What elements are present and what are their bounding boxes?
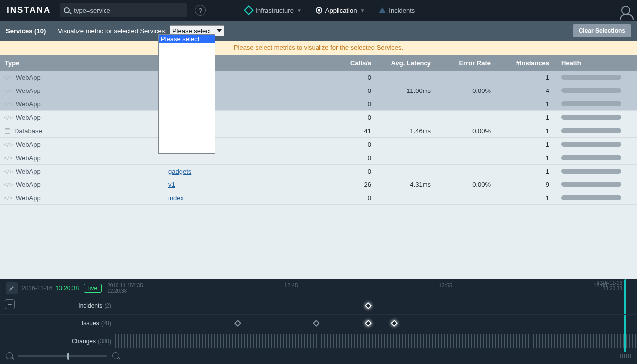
code-icon — [5, 100, 12, 107]
instances-cell: 1 — [496, 74, 554, 81]
range-end: 2016-11-16 13:20:38 — [597, 280, 622, 291]
table-body: WebApp01WebApp011.00ms0.00%4WebApp01WebA… — [0, 71, 637, 205]
logo: INSTANA — [7, 5, 51, 15]
help-button[interactable]: ? — [195, 5, 206, 16]
metric-option[interactable]: Calls/s — [159, 43, 215, 52]
metric-option[interactable]: Latency — [159, 69, 215, 77]
table-row[interactable]: WebAppgadgets01 — [0, 165, 637, 178]
incidents-canvas[interactable] — [115, 297, 637, 314]
latency-cell: 1.46ms — [376, 127, 436, 135]
health-bar — [561, 195, 621, 200]
health-bar — [561, 88, 621, 93]
health-cell — [554, 115, 637, 120]
calls-cell: 0 — [320, 154, 376, 162]
changes-track: Changes (380) — [0, 332, 637, 350]
metric-option[interactable]: Instances — [159, 60, 215, 69]
metric-option[interactable]: Latency 95th — [159, 111, 215, 119]
health-cell — [554, 195, 637, 200]
service-link: index — [168, 194, 184, 202]
calls-cell: 0 — [320, 168, 376, 175]
instances-cell: 4 — [496, 87, 554, 94]
metric-option[interactable]: Latency 98th — [159, 119, 215, 128]
errorrate-cell: 0.00% — [436, 127, 496, 135]
collapse-button[interactable]: − — [5, 299, 15, 309]
database-icon — [5, 128, 10, 134]
health-bar — [561, 115, 621, 120]
metric-option[interactable]: Latency 25th — [159, 86, 215, 94]
code-icon — [5, 194, 12, 201]
changes-label: Changes — [72, 338, 96, 345]
zoom-out-icon[interactable] — [6, 352, 13, 359]
metric-option[interactable]: Min Latency — [159, 145, 215, 153]
timeline-header: 2016-11-16 13:20:38 live 2016-11-16 12:2… — [0, 279, 637, 297]
errorrate-cell: 0.00% — [436, 87, 496, 94]
type-cell: WebApp — [0, 100, 163, 108]
instances-cell: 1 — [496, 194, 554, 202]
metric-option[interactable]: Avg. Latency — [159, 77, 215, 86]
changes-canvas[interactable] — [115, 332, 637, 350]
calls-cell: 0 — [320, 141, 376, 148]
name-cell[interactable]: v1 — [163, 181, 320, 188]
resize-handle[interactable] — [620, 354, 631, 358]
metric-option[interactable]: Latency 50th — [159, 94, 215, 102]
metric-option[interactable]: Please select — [159, 35, 215, 43]
metric-option[interactable]: Max Latency — [159, 136, 215, 145]
type-cell: WebApp — [0, 114, 163, 121]
user-icon[interactable] — [621, 6, 630, 15]
time-ticks: 12:3512:4512:5513:05 — [129, 282, 607, 288]
metric-option[interactable]: Latency 99th — [159, 128, 215, 136]
metric-option[interactable]: Error Rate — [159, 52, 215, 60]
table-row[interactable]: WebApp01 — [0, 97, 637, 111]
type-cell: WebApp — [0, 168, 163, 175]
clear-selections-button[interactable]: Clear Selections — [573, 24, 631, 37]
nav-incidents[interactable]: Incidents — [379, 7, 415, 14]
col-type[interactable]: Type — [0, 59, 163, 67]
health-cell — [554, 182, 637, 187]
table-row[interactable]: Database22411.46ms0.00%1 — [0, 124, 637, 138]
instances-cell: 1 — [496, 100, 554, 108]
table-row[interactable]: WebAppv1264.31ms0.00%9 — [0, 178, 637, 191]
live-pill[interactable]: live — [84, 284, 102, 293]
latency-cell: 4.31ms — [376, 181, 436, 188]
metric-dropdown[interactable]: Please selectCalls/sError RateInstancesL… — [158, 34, 215, 154]
incidents-label: Incidents — [78, 302, 102, 309]
col-instances[interactable]: #Instances — [496, 59, 554, 67]
col-errorrate[interactable]: Error Rate — [436, 59, 496, 67]
table-row[interactable]: WebApp011.00ms0.00%4 — [0, 84, 637, 97]
zoom-slider[interactable] — [18, 355, 107, 357]
col-latency[interactable]: Avg. Latency — [376, 59, 436, 67]
pin-icon[interactable] — [6, 282, 18, 294]
zoom-in-icon[interactable] — [112, 352, 119, 359]
info-banner: Please select metrics to visualize for t… — [0, 41, 637, 55]
changes-count: (380) — [98, 338, 111, 345]
zoom-bar — [0, 350, 637, 362]
health-bar — [561, 169, 621, 174]
health-bar — [561, 142, 621, 147]
health-cell — [554, 142, 637, 147]
calls-cell: 41 — [320, 127, 376, 135]
table-row[interactable]: WebApp01 — [0, 71, 637, 84]
table-row[interactable]: WebApp01 — [0, 151, 637, 165]
type-cell: WebApp — [0, 181, 163, 188]
table-row[interactable]: WebAppindex01 — [0, 191, 637, 205]
timestamp-current[interactable]: 2016-11-16 13:20:38 — [22, 285, 79, 292]
search-input[interactable]: type=service — [60, 3, 187, 17]
calls-cell: 0 — [320, 87, 376, 94]
metric-option[interactable]: Latency 75th — [159, 102, 215, 111]
health-bar — [561, 155, 621, 160]
col-health[interactable]: Health — [554, 59, 637, 67]
calls-cell: 26 — [320, 181, 376, 188]
table-row[interactable]: WebApp01 — [0, 111, 637, 124]
instances-cell: 1 — [496, 114, 554, 121]
health-bar — [561, 75, 621, 80]
infrastructure-icon — [244, 5, 254, 15]
col-calls[interactable]: Calls/s — [320, 59, 376, 67]
nav-application[interactable]: Application ▼ — [316, 7, 365, 14]
nav-infrastructure[interactable]: Infrastructure ▼ — [245, 7, 302, 14]
health-bar — [561, 128, 621, 133]
instances-cell: 1 — [496, 141, 554, 148]
name-cell[interactable]: index — [163, 194, 320, 202]
issues-canvas[interactable] — [115, 315, 637, 332]
table-row[interactable]: WebApp01 — [0, 138, 637, 151]
name-cell[interactable]: gadgets — [163, 168, 320, 175]
